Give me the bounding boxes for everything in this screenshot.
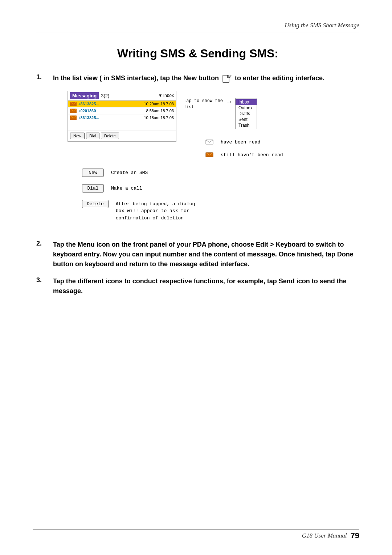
header-text: Using the SMS Short Message <box>285 22 359 29</box>
callout-text: Tap to show thelist <box>184 98 223 110</box>
legend-new-btn: New <box>82 169 104 177</box>
step-2-number: 2. <box>36 240 47 269</box>
callout-arrow-icon: → <box>226 98 232 106</box>
step-3-content: Tap the different icons to conduct respe… <box>53 276 359 296</box>
dropdown-menu: Inbox Outbox Drafts Sent Trash <box>235 98 257 129</box>
bottom-divider <box>33 529 359 530</box>
btn-legend-delete: Delete After being tapped, a dialogbox w… <box>82 200 359 222</box>
footer-text: G18 User Manual <box>302 532 347 539</box>
step-3-text: Tap the different icons to conduct respe… <box>53 276 359 296</box>
dropdown-sent: Sent <box>236 117 257 122</box>
legend-dial-desc: Make a call <box>111 184 142 192</box>
dropdown-trash: Trash <box>236 122 257 128</box>
step-2-content: Tap the Menu icon on the front panel of … <box>53 240 359 269</box>
unread-text: still havn't been read <box>221 152 283 158</box>
msg-time-2: 8:58am 18.7.03 <box>146 109 174 113</box>
screen-buttons: New Dial Delete <box>68 130 176 141</box>
inbox-dropdown: ▼ Inbox <box>158 93 174 98</box>
btn-legend-new: New Create an SMS <box>82 169 359 177</box>
step-3: 3. Tap the different icons to conduct re… <box>36 276 359 296</box>
new-button-icon <box>222 74 232 84</box>
btn-legend-dial: Dial Make a call <box>82 184 359 193</box>
dropdown-arrow-left: ▼ <box>158 93 163 98</box>
icon-read-row: have been read <box>205 139 283 145</box>
msg-time-3: 10:18am 18.7.03 <box>144 116 174 120</box>
svg-rect-0 <box>223 75 229 82</box>
read-envelope-icon <box>205 139 213 145</box>
legend-dial-btn: Dial <box>82 184 104 193</box>
legend-new-desc: Create an SMS <box>111 169 148 177</box>
msg-time-1: 10:29am 18.7.03 <box>144 102 174 106</box>
message-row-3: +8613825... 10:18am 18.7.03 <box>68 114 176 121</box>
dropdown-drafts: Drafts <box>236 111 257 117</box>
right-annotations: Tap to show thelist → Inbox Outbox Draft… <box>184 98 283 161</box>
msg-number-1: +8613825... <box>78 102 99 106</box>
screenshot-mockup: Messaging 3(2) ▼ Inbox <box>68 91 359 161</box>
header-area: Using the SMS Short Message <box>36 22 359 29</box>
new-btn: New <box>70 133 85 139</box>
icon-unread-row: still havn't been read <box>205 152 283 158</box>
step-1-text: In the list view ( in SMS interface), ta… <box>53 73 359 84</box>
step-2-text: Tap the Menu icon on the front panel of … <box>53 240 359 269</box>
legend-delete-desc: After being tapped, a dialogbox will app… <box>116 200 195 222</box>
screen-header: Messaging 3(2) ▼ Inbox <box>68 91 176 101</box>
phone-screen: Messaging 3(2) ▼ Inbox <box>68 91 176 142</box>
messaging-label: Messaging <box>70 92 99 99</box>
step-2: 2. Tap the Menu icon on the front panel … <box>36 240 359 269</box>
callout-row: Tap to show thelist → Inbox Outbox Draft… <box>184 98 283 129</box>
dial-btn: Dial <box>86 133 99 139</box>
icon-legend: have been read still havn't been read <box>205 139 283 158</box>
read-text: have been read <box>221 139 260 145</box>
dropdown-inbox: Inbox <box>236 99 257 105</box>
envelope-icon-1 <box>70 102 77 106</box>
message-row-2: +0201860 8:58am 18.7.03 <box>68 108 176 114</box>
step-1-number: 1. <box>36 73 47 229</box>
spacer <box>68 121 176 129</box>
envelope-icon-2 <box>70 109 77 113</box>
button-legend: New Create an SMS Dial Make a call Delet… <box>82 169 359 222</box>
step-3-number: 3. <box>36 276 47 296</box>
steps-list: 1. In the list view ( in SMS interface),… <box>36 73 359 296</box>
dropdown-outbox: Outbox <box>236 105 257 111</box>
inbox-label: Inbox <box>163 93 174 98</box>
top-divider <box>36 32 359 32</box>
msg-count: 3(2) <box>101 93 109 98</box>
unread-envelope-icon <box>205 152 213 157</box>
footer: G18 User Manual 79 <box>33 531 359 540</box>
step-1-content: In the list view ( in SMS interface), ta… <box>53 73 359 229</box>
step-1: 1. In the list view ( in SMS interface),… <box>36 73 359 229</box>
envelope-icon-3 <box>70 116 77 120</box>
page-title: Writing SMS & Sending SMS: <box>36 47 359 60</box>
msg-number-3: +8613825... <box>78 116 99 120</box>
legend-delete-btn: Delete <box>82 200 109 208</box>
footer-page-number: 79 <box>351 531 359 540</box>
delete-btn: Delete <box>101 133 119 139</box>
message-row-1: +8613825... 10:29am 18.7.03 <box>68 101 176 108</box>
msg-number-2: +0201860 <box>78 109 96 113</box>
